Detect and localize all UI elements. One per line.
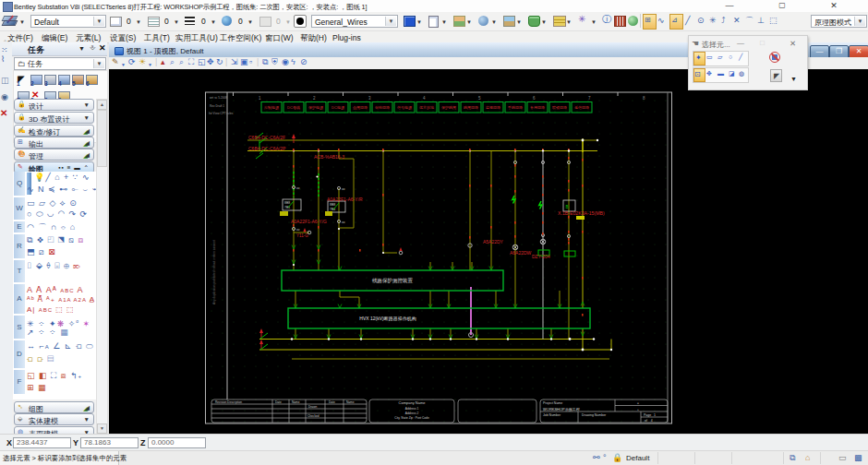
- svg-text:Project Name: Project Name: [543, 401, 562, 405]
- svg-text:线路保护测控装置: 线路保护测控装置: [372, 278, 414, 284]
- svg-text:B: B: [566, 205, 569, 209]
- svg-text:wrt sc 5-2008: wrt sc 5-2008: [210, 96, 227, 100]
- svg-text:=: =: [637, 401, 639, 405]
- svg-text:Address 2: Address 2: [405, 411, 419, 415]
- svg-text:oo: oo: [296, 228, 300, 232]
- svg-text:Y11-G: Y11-G: [296, 233, 308, 238]
- svg-text:Date: Date: [329, 400, 335, 404]
- svg-text:C6B4-DC-C6A/2F: C6B4-DC-C6A/2F: [248, 135, 285, 140]
- svg-text:监视回路: 监视回路: [486, 105, 500, 110]
- svg-text:+: +: [637, 408, 639, 411]
- svg-text:oo: oo: [342, 187, 345, 191]
- svg-text:Any duplication prohibited wit: Any duplication prohibited without writt…: [212, 240, 216, 304]
- svg-text:ACB-%AB16-3: ACB-%AB16-3: [314, 154, 344, 160]
- svg-text:联锁回路: 联锁回路: [552, 105, 567, 110]
- svg-text:储能回路: 储能回路: [375, 105, 390, 110]
- svg-text:oo: oo: [296, 186, 300, 190]
- svg-text:Drawing Number: Drawing Number: [582, 413, 607, 417]
- svg-text:DZY-204: DZY-204: [532, 254, 550, 259]
- svg-text:A0A22F1-A6-Y/G: A0A22F1-A6-Y/G: [291, 219, 327, 224]
- svg-text:Name: Name: [292, 400, 300, 404]
- svg-text:X.1B-E02K3A-15(MB): X.1B-E02K3A-15(MB): [558, 210, 605, 216]
- svg-text:A6A22DW: A6A22DW: [510, 250, 532, 256]
- svg-text:City, State Zip : Post Code: City, State Zip : Post Code: [394, 416, 429, 420]
- svg-text:oo: oo: [342, 221, 345, 224]
- svg-text:备用回路: 备用回路: [530, 105, 545, 110]
- svg-text:Revision Description: Revision Description: [215, 400, 242, 404]
- svg-text:Checked: Checked: [307, 414, 319, 418]
- svg-text:of 4: of 4: [645, 419, 653, 423]
- svg-text:HVX 12(kV)断路器操作机构: HVX 12(kV)断路器操作机构: [359, 316, 416, 322]
- svg-text:保护电源: 保护电源: [308, 105, 323, 110]
- svg-text:Name: Name: [346, 400, 355, 404]
- svg-text:手跳回路: 手跳回路: [507, 105, 523, 110]
- svg-text:DC电源: DC电源: [332, 105, 344, 110]
- svg-text:信号电源: 信号电源: [397, 105, 412, 110]
- svg-text:C6B4-DC-C6A/2P: C6B4-DC-C6A/2P: [248, 146, 286, 151]
- svg-text:DC母线: DC母线: [287, 105, 300, 110]
- svg-text:Company Name: Company Name: [399, 400, 427, 405]
- svg-text:Rev Draft 1: Rev Draft 1: [210, 104, 224, 108]
- svg-text:Job Number: Job Number: [543, 413, 561, 417]
- svg-text:8B8: 8B8: [330, 203, 335, 207]
- svg-text:A5A22DY: A5A22DY: [483, 239, 504, 244]
- svg-text:Date: Date: [275, 400, 282, 404]
- svg-text:8B8: 8B8: [284, 201, 290, 205]
- svg-text:遥信回路: 遥信回路: [574, 105, 589, 110]
- svg-text:Address 1: Address 1: [405, 407, 419, 411]
- svg-text:Page 1: Page 1: [644, 413, 656, 417]
- svg-text:for View CPT rules: for View CPT rules: [209, 112, 234, 115]
- svg-text:A0A22F1-A6-Y/R: A0A22F1-A6-Y/R: [327, 197, 363, 202]
- svg-text:Drawn: Drawn: [308, 405, 317, 409]
- svg-text:远方就地: 远方就地: [419, 105, 434, 110]
